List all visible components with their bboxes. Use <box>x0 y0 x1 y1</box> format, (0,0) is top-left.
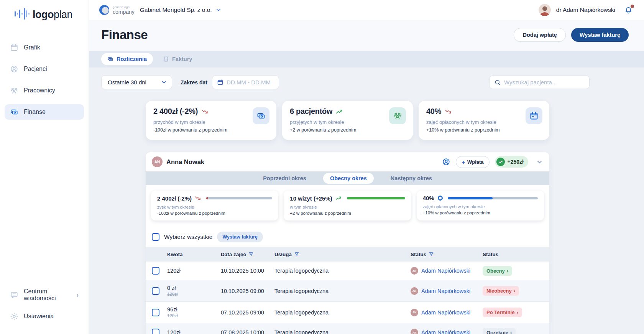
trend-up-icon <box>496 158 505 166</box>
date-range-input[interactable] <box>227 79 274 86</box>
revenue-comparison: -100zł w porównaniu z poprzednim <box>153 127 269 133</box>
search-icon <box>494 79 501 86</box>
sidebar-item-grafik[interactable]: Grafik <box>5 40 84 55</box>
status-label: Po Terminie <box>486 309 514 315</box>
col-usluga: Usługa <box>274 252 292 257</box>
row-amount: 120zł <box>167 329 221 334</box>
date-range-label: Zakres dat <box>181 79 207 86</box>
paid-percentage-comparison: +10% w porównaniu z poprzednim <box>426 127 542 133</box>
sidebar-item-label: Grafik <box>24 44 40 51</box>
sidebar-item-pacjenci[interactable]: Pacjenci <box>5 61 84 77</box>
status-label: Oczekuje <box>486 330 508 334</box>
users-icon <box>10 86 18 95</box>
tab-band: Rozliczenia Faktury <box>89 51 644 67</box>
row-service: Terapia logopedyczna <box>274 309 411 316</box>
visits-value: 10 wizyt (+25%) <box>290 195 332 202</box>
issue-invoice-button[interactable]: Wystaw fakturę <box>571 28 629 42</box>
person-name[interactable]: Adam Napiórkowski <box>421 329 470 334</box>
filter-funnel-icon[interactable] <box>248 252 254 257</box>
profit-comparison: -100zł w porównaniu z poprzednim <box>157 211 272 216</box>
sidebar-item-ustawienia[interactable]: Ustawienia <box>5 309 84 324</box>
content-scroll-area: Ostatnie 30 dni Zakres dat <box>89 67 644 334</box>
status-badge[interactable]: Nieobecny› <box>483 286 519 296</box>
patient-search-input[interactable] <box>504 79 585 86</box>
select-all-label: Wybierz wszystkie <box>164 234 212 240</box>
row-amount: 96zł <box>167 306 221 313</box>
tab-label: Rozliczenia <box>117 56 147 62</box>
tab-previous-period[interactable]: Poprzedni okres <box>263 175 306 181</box>
person-name[interactable]: Adam Napiórkowski <box>421 309 470 316</box>
period-select[interactable]: Ostatnie 30 dni <box>101 75 172 89</box>
person-avatar: AN <box>411 267 418 275</box>
filter-funnel-icon[interactable] <box>429 252 434 257</box>
tab-current-period[interactable]: Obecny okres <box>323 173 374 184</box>
chat-icon <box>10 291 18 299</box>
date-range-group: Zakres dat <box>181 75 279 89</box>
progress-fill <box>448 197 493 199</box>
paid-progress-bar <box>448 197 538 199</box>
patient-profile-icon[interactable] <box>442 158 450 166</box>
sidebar-item-centrum-wiadomosci[interactable]: Centrum wiadomości › <box>5 287 84 303</box>
chevron-right-icon: › <box>76 291 79 299</box>
chevron-right-icon: › <box>516 309 518 315</box>
row-checkbox[interactable] <box>152 329 159 334</box>
status-badge[interactable]: Obecny› <box>483 266 512 276</box>
col-status-person: Status <box>411 252 426 257</box>
row-amount: 120zł <box>167 267 221 274</box>
tab-rozliczenia[interactable]: Rozliczenia <box>101 53 153 65</box>
sidebar-item-label: Pracownicy <box>24 87 55 94</box>
patients-value: 6 pacjentów <box>290 107 332 116</box>
visits-card: 10 wizyt (+25%) w tym okresie +2 w porów… <box>284 191 411 220</box>
user-avatar[interactable] <box>539 4 551 16</box>
person-avatar: AN <box>411 309 418 316</box>
row-checkbox[interactable] <box>152 309 159 316</box>
status-badge[interactable]: Oczekuje› <box>483 328 516 334</box>
issue-invoice-small-button[interactable]: Wystaw fakturę <box>217 232 263 242</box>
app-logo: logoplan <box>0 8 89 20</box>
patient-balance-pill[interactable]: +250zł <box>495 156 528 168</box>
profit-progress-bar <box>206 197 272 199</box>
status-badge[interactable]: Po Terminie› <box>483 308 522 317</box>
patient-panel: AN Anna Nowak + Wpłata <box>146 152 549 334</box>
sidebar-item-finanse[interactable]: Finanse <box>5 104 84 120</box>
select-all-checkbox[interactable] <box>152 233 159 241</box>
add-payment-pill-button[interactable]: + Wpłata <box>456 156 489 168</box>
calendar-icon[interactable] <box>217 79 223 86</box>
row-checkbox[interactable] <box>152 267 159 275</box>
row-service: Terapia logopedyczna <box>274 288 411 294</box>
tab-faktury[interactable]: Faktury <box>157 53 198 65</box>
row-checkbox[interactable] <box>152 287 159 295</box>
person-name[interactable]: Adam Napiórkowski <box>421 288 470 294</box>
sidebar: logoplan Grafik Pacjenci Pracownicy Fina… <box>0 0 89 334</box>
notification-dot <box>631 5 634 8</box>
table-header: Kwota Data zajęć Usługa Status Status <box>146 247 549 261</box>
table-row: 120zł 07.08.2025 10:00 Terapia logopedyc… <box>146 323 549 334</box>
content-column: 2 400zł (-2%) przychód w tym okresie -10… <box>146 101 549 334</box>
notifications-bell-icon[interactable] <box>624 6 632 14</box>
patients-subtitle: przyjętych w tym okresie <box>290 119 405 125</box>
patient-avatar: AN <box>152 156 163 167</box>
logo-text-light: plan <box>54 9 72 20</box>
page-title: Finanse <box>101 28 148 42</box>
tab-next-period[interactable]: Następny okres <box>391 175 432 181</box>
trend-up-icon <box>335 108 343 115</box>
row-date: 10.10.2025 10:00 <box>221 268 274 274</box>
sidebar-item-pracownicy[interactable]: Pracownicy <box>5 83 84 98</box>
payment-button-label: Wpłata <box>467 159 484 165</box>
col-data-zajec: Data zajęć <box>221 252 246 257</box>
user-circle-icon <box>10 65 18 73</box>
progress-fill <box>206 197 208 199</box>
table-row: 0 zł 120zł 10.10.2025 09:00 Terapia logo… <box>146 280 549 301</box>
filter-funnel-icon[interactable] <box>294 252 299 257</box>
sidebar-nav: Grafik Pacjenci Pracownicy Finanse <box>0 37 89 123</box>
add-payment-button[interactable]: Dodaj wpłatę <box>514 28 565 42</box>
company-selector[interactable]: generic logo company Gabinet Merigold Sp… <box>99 5 222 15</box>
patients-comparison: +2 w porównaniu z poprzednim <box>290 127 405 133</box>
table-row: 120zł 10.10.2025 10:00 Terapia logopedyc… <box>146 261 549 280</box>
person-name[interactable]: Adam Napiórkowski <box>421 268 470 274</box>
chevron-down-icon[interactable] <box>215 7 222 13</box>
trend-down-icon <box>194 195 201 202</box>
patients-icon <box>389 107 406 124</box>
trend-down-icon <box>444 108 452 115</box>
chevron-down-icon[interactable] <box>536 158 543 166</box>
